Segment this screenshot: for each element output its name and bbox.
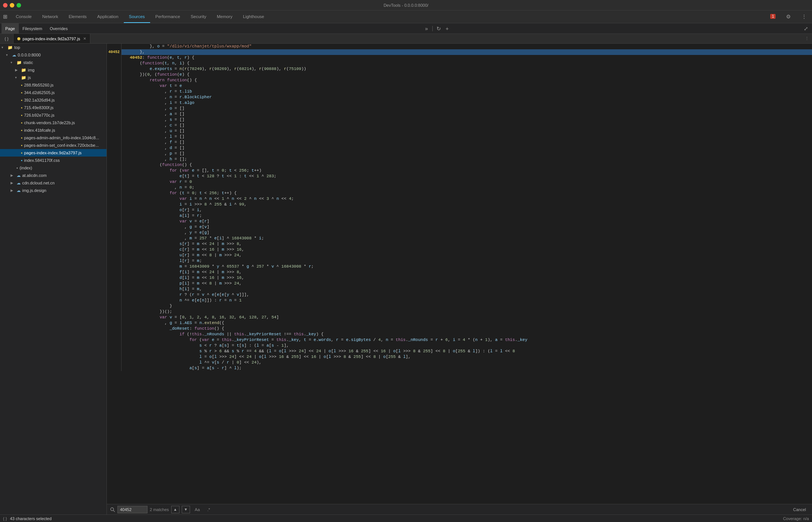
tab-network[interactable]: Network: [37, 11, 63, 23]
tab-application[interactable]: Application: [92, 11, 123, 23]
sidebar-file-pages-index[interactable]: ▪ pages-index-index.9d2a3797.js: [0, 149, 106, 157]
sidebar-item-static[interactable]: ▾ 📁 static: [0, 59, 106, 66]
tab-performance[interactable]: Performance: [150, 11, 186, 23]
maximize-button[interactable]: [17, 3, 21, 8]
secondary-toolbar: Page Filesystem Overrides » ↻ + ⤢: [0, 23, 812, 34]
search-match-case-button[interactable]: Aa: [192, 506, 202, 513]
secondary-tab-page[interactable]: Page: [2, 23, 19, 33]
tab-lighthouse[interactable]: Lighthouse: [238, 11, 269, 23]
search-input[interactable]: [117, 506, 147, 513]
settings-icon[interactable]: ⚙: [781, 11, 796, 23]
sidebar-file-392[interactable]: ▪ 392.1a326d94.js: [0, 96, 106, 104]
secondary-tab-filesystem[interactable]: Filesystem: [19, 23, 46, 33]
sidebar-item-host[interactable]: ▾ ☁ 0.0.0.0:8000: [0, 51, 106, 59]
secondary-tab-overrides[interactable]: Overrides: [46, 23, 71, 33]
minimize-button[interactable]: [10, 3, 14, 8]
code-line: o[r] = i,: [107, 207, 812, 213]
devtools-tab-bar: ⊞ Console Network Elements Application S…: [0, 11, 812, 23]
sidebar-item-js[interactable]: ▾ 📁 js: [0, 74, 106, 81]
code-line: , o = []: [107, 106, 812, 111]
file-js-icon-admin-conf: ▪: [21, 143, 23, 148]
file-tab-right-icon[interactable]: ⋮: [802, 34, 812, 43]
code-line: r ? (r = v ^ e[e[e[y ^ v]]],: [107, 292, 812, 298]
code-line: p[i] = m << 8 | m >>> 24,: [107, 281, 812, 286]
sidebar-file-344[interactable]: ▪ 344.d2d62505.js: [0, 89, 106, 96]
sidebar-label-726: 726.b92e770c.js: [24, 113, 55, 117]
file-js-icon-715: ▪: [21, 105, 23, 110]
sidebar: ▾ 📁 top ▾ ☁ 0.0.0.0:8000 ▾ 📁 static ▶ 📁 …: [0, 44, 107, 514]
sidebar-file-288[interactable]: ▪ 288.f9b55260.js: [0, 81, 106, 89]
cloud-icon-dcloud: ☁: [17, 181, 21, 186]
code-line: var v = [0, 1, 2, 4, 8, 16, 32, 64, 128,…: [107, 315, 812, 320]
code-format-icon[interactable]: { }: [0, 34, 14, 43]
file-js-icon-index41: ▪: [21, 128, 23, 132]
sidebar-label-715: 715.49e8300f.js: [24, 105, 53, 110]
code-line: var i = n ^ n << 1 ^ n << 2 ^ n << 3 ^ n…: [107, 196, 812, 202]
add-folder-icon[interactable]: +: [443, 26, 451, 32]
traffic-lights: [3, 3, 21, 8]
sidebar-file-css[interactable]: ▪ index.5841170f.css: [0, 157, 106, 164]
search-regex-button[interactable]: .*: [205, 506, 213, 513]
tab-security[interactable]: Security: [186, 11, 212, 23]
code-line: return function() {: [107, 78, 812, 83]
code-content[interactable]: }, o = "/dlio/v1/chanjet/tplus/wxapp/mod…: [107, 44, 812, 504]
sidebar-item-top[interactable]: ▾ 📁 top: [0, 44, 106, 51]
code-line: , f = []: [107, 140, 812, 145]
sidebar-label-288: 288.f9b55260.js: [24, 83, 53, 87]
sidebar-file-715[interactable]: ▪ 715.49e8300f.js: [0, 104, 106, 111]
file-tab-dot: [17, 37, 20, 40]
code-line-40452: 40452 },: [107, 49, 812, 55]
code-line: })(0, (function(e) {: [107, 72, 812, 78]
search-matches: 2 matches: [150, 507, 169, 512]
file-tab-close[interactable]: ✕: [83, 37, 86, 41]
code-line: var t = e: [107, 83, 812, 89]
search-prev-button[interactable]: ▲: [171, 506, 179, 513]
tab-memory[interactable]: Memory: [211, 11, 238, 23]
code-line: , g = i.AES = n.extend({: [107, 320, 812, 326]
sidebar-label-chunk: chunk-vendors.1b7de22b.js: [24, 120, 75, 125]
coverage-label: Coverage: n/a: [783, 516, 809, 521]
code-line: a[s] = a[s - r] ^ l);: [107, 365, 812, 371]
sync-icon[interactable]: ↻: [434, 26, 443, 32]
sidebar-file-admin-info[interactable]: ▪ pages-admin-admin_info-index.10d4c8...: [0, 134, 106, 142]
secondary-more-icon[interactable]: »: [422, 26, 431, 32]
tab-console[interactable]: Console: [11, 11, 37, 23]
tab-sources[interactable]: Sources: [124, 11, 150, 23]
sidebar-file-726[interactable]: ▪ 726.b92e770c.js: [0, 111, 106, 119]
file-js-icon-344: ▪: [21, 90, 23, 95]
code-format-icon-bottom[interactable]: { }: [3, 516, 7, 521]
main-area: ▾ 📁 top ▾ ☁ 0.0.0.0:8000 ▾ 📁 static ▶ 📁 …: [0, 44, 812, 514]
sidebar-item-img[interactable]: ▶ 📁 img: [0, 66, 106, 74]
code-line: if (!this._nRounds || this._keyPriorRese…: [107, 332, 812, 337]
sidebar-file-index41[interactable]: ▪ index.41bfcafe.js: [0, 126, 106, 134]
sidebar-item-imgjs[interactable]: ▶ ☁ img.js.design: [0, 187, 106, 194]
sidebar-item-alicdn[interactable]: ▶ ☁ at.alicdn.com: [0, 172, 106, 179]
line-number-40452: 40452: [107, 49, 122, 55]
code-line: for (var e = this._keyPriorReset = this.…: [107, 337, 812, 343]
devtools-side-icon[interactable]: ⊞: [0, 11, 11, 23]
file-tab-active[interactable]: pages-index-index.9d2a3797.js ✕: [14, 34, 90, 43]
sidebar-item-dcloud[interactable]: ▶ ☁ cdn.dcloud.net.cn: [0, 179, 106, 187]
more-icon[interactable]: ⋮: [796, 11, 812, 23]
file-js-icon-392: ▪: [21, 98, 23, 102]
tree-arrow-alicdn: ▶: [11, 173, 17, 177]
sidebar-label-index41: index.41bfcafe.js: [24, 128, 55, 132]
sidebar-file-chunk[interactable]: ▪ chunk-vendors.1b7de22b.js: [0, 119, 106, 126]
code-area: }, o = "/dlio/v1/chanjet/tplus/wxapp/mod…: [107, 44, 812, 514]
search-cancel-button[interactable]: Cancel: [790, 507, 809, 513]
file-generic-icon: ▪: [17, 166, 18, 170]
code-line: , a = []: [107, 111, 812, 117]
tab-elements[interactable]: Elements: [63, 11, 92, 23]
code-line: d[i] = m << 16 | m >>> 16,: [107, 275, 812, 281]
expand-icon[interactable]: ⤢: [801, 26, 810, 32]
error-badge[interactable]: 1: [765, 11, 781, 23]
search-next-button[interactable]: ▼: [182, 506, 190, 513]
folder-icon-js: 📁: [21, 75, 26, 80]
sidebar-label-admin-conf: pages-admin-set_conf-index.720cbcbe...: [24, 143, 99, 148]
sidebar-label-js: js: [28, 75, 31, 80]
sidebar-file-index-generic[interactable]: ▪ (index): [0, 164, 106, 172]
close-button[interactable]: [3, 3, 8, 8]
code-line: }, o = "/dlio/v1/chanjet/tplus/wxapp/mod…: [107, 44, 812, 49]
sidebar-file-admin-conf[interactable]: ▪ pages-admin-set_conf-index.720cbcbe...: [0, 142, 106, 149]
code-line: , g = e[v]: [107, 224, 812, 230]
